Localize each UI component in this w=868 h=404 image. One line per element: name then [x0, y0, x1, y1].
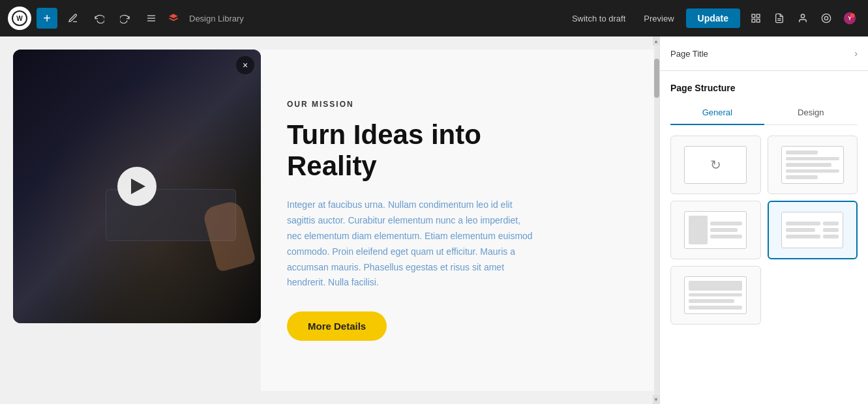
layout-card-inner: [781, 212, 843, 248]
layout-line: [689, 293, 742, 297]
svg-rect-6: [756, 14, 760, 18]
svg-point-11: [801, 14, 804, 18]
svg-rect-7: [752, 19, 755, 22]
svg-point-13: [824, 16, 828, 20]
layouts-grid: ↻: [660, 125, 868, 335]
layout-card-sidebar[interactable]: [768, 201, 858, 259]
document-icon-btn[interactable]: [769, 8, 790, 29]
body-text: Integer at faucibus urna. Nullam condime…: [287, 197, 535, 291]
right-panel: Page Title › Page Structure General Desi…: [659, 36, 868, 404]
page-title-row[interactable]: Page Title ›: [660, 36, 868, 71]
svg-point-12: [822, 14, 830, 22]
strikingly-icon[interactable]: [167, 12, 180, 25]
layout-line: [786, 163, 831, 167]
layout-card-bottom[interactable]: [670, 266, 761, 325]
layout-line: [823, 235, 839, 238]
layout-col-right: [710, 216, 743, 244]
toolbar-right: Switch to draft Preview Update: [565, 8, 860, 29]
layout-bottom: [685, 277, 746, 313]
play-button[interactable]: [117, 167, 157, 206]
video-section: ×: [13, 50, 261, 391]
layout-line: [786, 151, 818, 154]
scroll-bottom-arrow[interactable]: ▼: [653, 395, 659, 404]
our-mission-label: OUR MISSION: [287, 100, 633, 109]
layout-line: [786, 157, 839, 161]
layout-line: [786, 169, 839, 173]
editor-scrollbar[interactable]: [654, 46, 659, 395]
tab-design[interactable]: Design: [764, 101, 858, 125]
layout-line: [710, 235, 743, 238]
more-details-button[interactable]: More Details: [287, 311, 387, 341]
yoast-circle-btn[interactable]: [816, 8, 837, 29]
page-structure-label: Page Structure: [660, 71, 868, 93]
video-close-button[interactable]: ×: [236, 56, 254, 74]
heading-line2: Reality: [287, 151, 377, 181]
layout-icon-btn[interactable]: [745, 8, 766, 29]
redo-button[interactable]: [115, 8, 136, 29]
play-icon: [131, 179, 145, 194]
layout-card-inner: [781, 146, 844, 184]
chevron-right-icon: ›: [854, 48, 858, 59]
scroll-top-arrow[interactable]: ▲: [653, 36, 659, 46]
switch-draft-button[interactable]: Switch to draft: [565, 10, 632, 27]
layout-lines: [782, 147, 843, 183]
layout-line: [823, 222, 839, 225]
heading-line1: Turn Ideas into: [287, 119, 481, 150]
page-title-label: Page Title: [670, 49, 708, 59]
layout-card-inner: [684, 276, 747, 314]
layout-card-refresh[interactable]: ↻: [670, 136, 761, 194]
svg-rect-8: [756, 19, 760, 22]
edit-icon-btn[interactable]: [63, 8, 83, 29]
editor-area: ▲ × OUR MISSION: [0, 36, 659, 404]
svg-rect-5: [752, 14, 755, 18]
scrollbar-thumb[interactable]: [654, 59, 659, 98]
layout-main-content: [786, 216, 820, 244]
layout-line: [710, 222, 743, 225]
layout-sidebar: [782, 212, 843, 248]
editor-content: × OUR MISSION Turn Ideas into Reality In…: [0, 36, 659, 404]
main-heading: Turn Ideas into Reality: [287, 119, 633, 182]
layout-card-inner: ↻: [684, 146, 747, 184]
video-block[interactable]: ×: [13, 50, 261, 323]
layout-card-inner: [684, 211, 747, 249]
layout-line: [689, 306, 742, 310]
layout-card-two-col[interactable]: [670, 201, 761, 259]
design-library-label[interactable]: Design Library: [185, 8, 248, 29]
layout-line: [786, 222, 820, 225]
layout-line: [823, 228, 839, 232]
layout-card-lines[interactable]: [768, 136, 858, 194]
list-view-button[interactable]: [141, 8, 162, 29]
layout-line: [710, 228, 738, 232]
update-button[interactable]: Update: [686, 8, 740, 28]
svg-point-16: [850, 14, 855, 18]
user-icon-btn[interactable]: [792, 8, 813, 29]
layout-col-left: [689, 216, 708, 244]
toolbar-right-icons: Y: [745, 8, 860, 29]
svg-text:W: W: [16, 15, 23, 22]
layout-top-image: [689, 281, 742, 290]
layout-line: [689, 299, 734, 303]
add-button[interactable]: +: [37, 8, 57, 29]
tabs-row: General Design: [670, 101, 858, 125]
tab-general[interactable]: General: [670, 101, 764, 125]
layout-line: [786, 228, 815, 232]
preview-button[interactable]: Preview: [637, 10, 680, 27]
main-layout: ▲ × OUR MISSION: [0, 36, 868, 404]
toolbar: W + Design Library: [0, 0, 868, 36]
layout-two-col: [685, 212, 746, 248]
text-block: OUR MISSION Turn Ideas into Reality Inte…: [261, 50, 659, 391]
refresh-icon: ↻: [685, 147, 746, 183]
wp-logo[interactable]: W: [8, 7, 31, 30]
undo-button[interactable]: [89, 8, 110, 29]
layout-sidebar-col: [823, 216, 839, 244]
yoast-icon-btn[interactable]: Y: [839, 8, 860, 29]
layout-line: [786, 235, 820, 238]
layout-line: [786, 175, 818, 179]
